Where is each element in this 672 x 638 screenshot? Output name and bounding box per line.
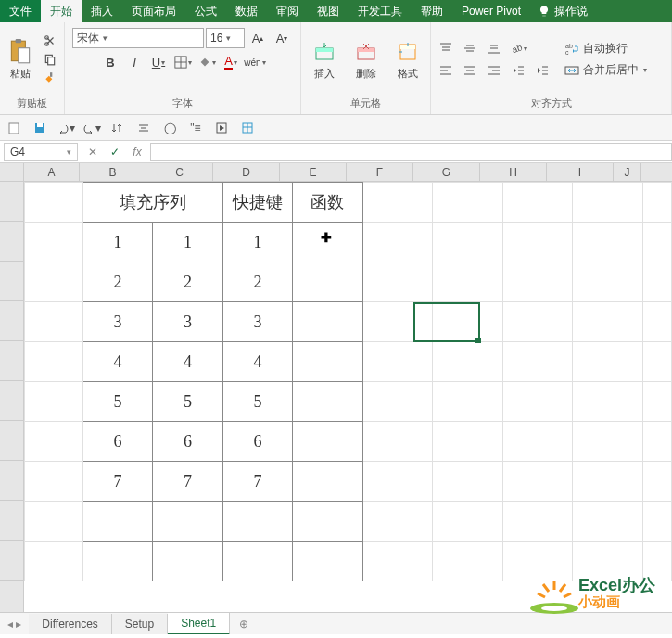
- cell[interactable]: 7: [153, 462, 222, 502]
- align-right-button[interactable]: [483, 60, 505, 81]
- row-header[interactable]: [0, 501, 24, 541]
- format-cells-button[interactable]: 格式: [388, 27, 426, 92]
- copy-button[interactable]: [40, 50, 60, 69]
- cell[interactable]: [573, 342, 642, 382]
- decrease-indent-button[interactable]: [507, 60, 529, 81]
- cell[interactable]: [433, 422, 502, 462]
- cell[interactable]: [293, 342, 362, 382]
- cell[interactable]: 3: [153, 302, 222, 342]
- cell[interactable]: [222, 502, 292, 542]
- cell[interactable]: 1: [82, 223, 152, 262]
- tab-help[interactable]: 帮助: [412, 0, 452, 22]
- cell[interactable]: [502, 342, 572, 382]
- tab-developer[interactable]: 开发工具: [349, 0, 412, 22]
- fx-button[interactable]: fx: [126, 143, 148, 161]
- col-header-C[interactable]: C: [146, 163, 213, 181]
- cell[interactable]: 4: [222, 342, 292, 382]
- row-header[interactable]: [0, 541, 24, 581]
- cell[interactable]: [433, 502, 502, 542]
- cell[interactable]: 5: [222, 382, 292, 422]
- col-header-G[interactable]: G: [413, 163, 480, 181]
- cell[interactable]: [25, 542, 83, 581]
- row-header[interactable]: [0, 421, 24, 461]
- cell[interactable]: 快捷键: [222, 183, 292, 223]
- tab-view[interactable]: 视图: [308, 0, 349, 22]
- row-header[interactable]: [0, 341, 24, 381]
- cell[interactable]: [573, 302, 642, 342]
- cell[interactable]: [573, 223, 642, 262]
- increase-indent-button[interactable]: [531, 60, 553, 81]
- qat-circle-icon[interactable]: ◯: [159, 118, 180, 138]
- cell[interactable]: [362, 342, 432, 382]
- cell[interactable]: [25, 183, 83, 223]
- align-bottom-button[interactable]: [483, 38, 505, 58]
- cell[interactable]: [293, 502, 362, 542]
- cell[interactable]: [293, 422, 362, 462]
- add-sheet-button[interactable]: ⊕: [230, 618, 258, 631]
- cell[interactable]: [502, 462, 572, 502]
- cell[interactable]: [153, 502, 222, 542]
- tab-data[interactable]: 数据: [226, 0, 267, 22]
- cell[interactable]: [362, 422, 432, 462]
- cell[interactable]: [293, 462, 362, 502]
- align-center-button[interactable]: [459, 60, 481, 81]
- cell[interactable]: 1: [153, 223, 222, 262]
- qat-undo-button[interactable]: ▾: [56, 118, 76, 138]
- cell[interactable]: [642, 462, 672, 502]
- cancel-formula-button[interactable]: ✕: [82, 143, 104, 161]
- cell[interactable]: 4: [153, 342, 222, 382]
- cells-area[interactable]: 填充序列快捷键函数111222333444555666777 ✚: [24, 182, 672, 634]
- tab-powerpivot[interactable]: Power Pivot: [452, 0, 530, 22]
- tab-insert[interactable]: 插入: [82, 0, 122, 22]
- cell[interactable]: [433, 382, 502, 422]
- cell[interactable]: [82, 502, 152, 542]
- insert-cells-button[interactable]: 插入: [305, 27, 343, 92]
- font-name-combo[interactable]: 宋体▾: [72, 28, 204, 48]
- col-header-B[interactable]: B: [80, 163, 146, 181]
- row-header[interactable]: [0, 182, 24, 222]
- col-header-J[interactable]: J: [614, 163, 641, 181]
- align-middle-button[interactable]: [459, 38, 481, 58]
- name-box[interactable]: G4▾: [4, 143, 78, 161]
- cell[interactable]: [433, 342, 502, 382]
- cell[interactable]: [362, 183, 432, 223]
- row-header[interactable]: [0, 222, 24, 262]
- cell[interactable]: [573, 183, 642, 223]
- cell[interactable]: [25, 342, 83, 382]
- cell[interactable]: [573, 502, 642, 542]
- qat-redo-button[interactable]: ▾: [82, 118, 102, 138]
- cell[interactable]: [362, 542, 432, 581]
- cell[interactable]: [293, 542, 362, 581]
- select-all-corner[interactable]: [0, 163, 24, 181]
- cell[interactable]: [362, 502, 432, 542]
- cell[interactable]: [25, 382, 83, 422]
- qat-quote-icon[interactable]: "≡: [185, 118, 206, 138]
- cell[interactable]: 5: [82, 382, 152, 422]
- sheet-tab-sheet1[interactable]: Sheet1: [168, 613, 230, 635]
- cell[interactable]: [153, 542, 222, 581]
- cell[interactable]: 6: [82, 422, 152, 462]
- sheet-nav[interactable]: ◂ ▸: [0, 618, 29, 631]
- cell[interactable]: [362, 382, 432, 422]
- cell[interactable]: 函数: [293, 183, 362, 223]
- cell[interactable]: [642, 302, 672, 342]
- tab-page-layout[interactable]: 页面布局: [122, 0, 185, 22]
- cell[interactable]: 5: [153, 382, 222, 422]
- cell[interactable]: [502, 502, 572, 542]
- cell[interactable]: [433, 223, 502, 262]
- cell[interactable]: 4: [82, 342, 152, 382]
- qat-new-icon[interactable]: [4, 118, 24, 138]
- cell[interactable]: 1: [222, 223, 292, 262]
- cell[interactable]: [433, 262, 502, 302]
- cell[interactable]: [642, 502, 672, 542]
- font-color-button[interactable]: A▾: [220, 52, 242, 72]
- col-header-I[interactable]: I: [547, 163, 614, 181]
- col-header-A[interactable]: A: [24, 163, 80, 181]
- cell[interactable]: 6: [222, 422, 292, 462]
- cell[interactable]: [502, 382, 572, 422]
- cell[interactable]: [642, 382, 672, 422]
- tab-formulas[interactable]: 公式: [185, 0, 226, 22]
- qat-macro-button[interactable]: [211, 118, 232, 138]
- cell[interactable]: [222, 542, 292, 581]
- tab-review[interactable]: 审阅: [267, 0, 308, 22]
